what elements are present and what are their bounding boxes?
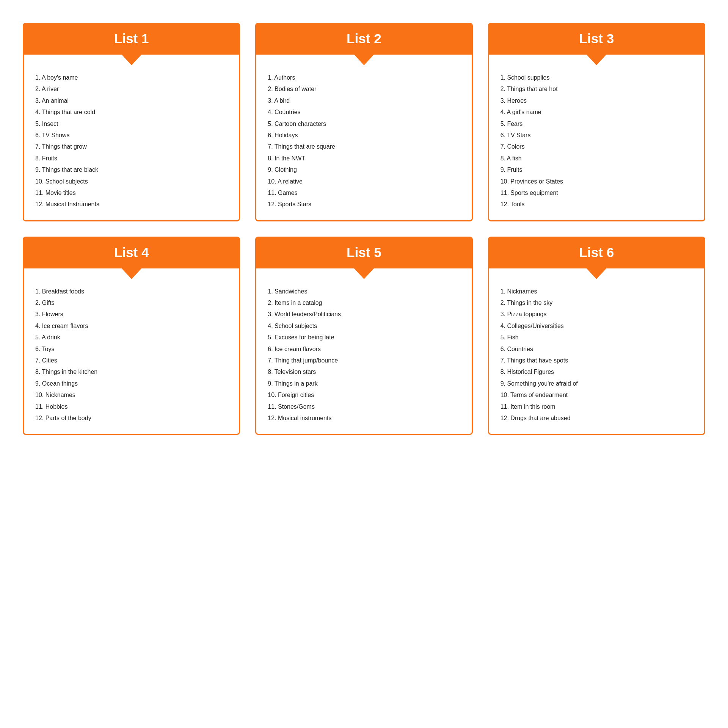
list-item: 11. Stones/Gems bbox=[268, 403, 460, 411]
list-title-6: List 6 bbox=[488, 245, 705, 260]
list-item: 6. Countries bbox=[500, 345, 693, 353]
list-item: 10. School subjects bbox=[35, 177, 228, 186]
list-items-6: 1. Nicknames2. Things in the sky3. Pizza… bbox=[500, 287, 693, 423]
list-card-2: List 21. Authors2. Bodies of water3. A b… bbox=[255, 23, 472, 221]
list-item: 10. Provinces or States bbox=[500, 177, 693, 186]
list-header-1: List 1 bbox=[23, 23, 240, 55]
list-item: 4. Ice cream flavors bbox=[35, 322, 228, 330]
list-item: 1. Authors bbox=[268, 74, 460, 82]
list-item: 12. Tools bbox=[500, 200, 693, 209]
list-card-5: List 51. Sandwiches2. Items in a catalog… bbox=[255, 237, 472, 435]
list-item: 8. Historical Figures bbox=[500, 368, 693, 376]
list-body-4: 1. Breakfast foods2. Gifts3. Flowers4. I… bbox=[23, 268, 240, 435]
list-item: 2. Things that are hot bbox=[500, 85, 693, 93]
list-item: 6. TV Stars bbox=[500, 131, 693, 140]
list-item: 3. Pizza toppings bbox=[500, 310, 693, 318]
list-item: 2. A river bbox=[35, 85, 228, 93]
list-item: 5. Cartoon characters bbox=[268, 120, 460, 128]
list-item: 12. Drugs that are abused bbox=[500, 414, 693, 422]
list-item: 5. Fish bbox=[500, 333, 693, 342]
list-item: 11. Hobbies bbox=[35, 403, 228, 411]
list-item: 7. Things that have spots bbox=[500, 356, 693, 365]
list-item: 3. World leaders/Politicians bbox=[268, 310, 460, 318]
list-items-1: 1. A boy's name2. A river3. An animal4. … bbox=[35, 74, 228, 209]
list-item: 9. Fruits bbox=[500, 166, 693, 174]
list-item: 7. Things that are square bbox=[268, 143, 460, 151]
list-item: 11. Movie titles bbox=[35, 189, 228, 197]
list-item: 10. Foreign cities bbox=[268, 391, 460, 399]
list-item: 1. Breakfast foods bbox=[35, 287, 228, 296]
list-title-3: List 3 bbox=[488, 31, 705, 46]
list-items-2: 1. Authors2. Bodies of water3. A bird4. … bbox=[268, 74, 460, 209]
list-item: 2. Things in the sky bbox=[500, 299, 693, 307]
list-item: 7. Colors bbox=[500, 143, 693, 151]
list-item: 7. Things that grow bbox=[35, 143, 228, 151]
list-title-1: List 1 bbox=[23, 31, 240, 46]
list-item: 4. Colleges/Universities bbox=[500, 322, 693, 330]
list-item: 12. Sports Stars bbox=[268, 200, 460, 209]
list-item: 8. In the NWT bbox=[268, 154, 460, 163]
list-item: 9. Things that are black bbox=[35, 166, 228, 174]
list-item: 8. A fish bbox=[500, 154, 693, 163]
list-item: 3. Heroes bbox=[500, 97, 693, 105]
list-item: 8. Fruits bbox=[35, 154, 228, 163]
list-item: 1. School supplies bbox=[500, 74, 693, 82]
list-item: 3. An animal bbox=[35, 97, 228, 105]
list-title-5: List 5 bbox=[255, 245, 472, 260]
list-card-4: List 41. Breakfast foods2. Gifts3. Flowe… bbox=[23, 237, 240, 435]
list-card-6: List 61. Nicknames2. Things in the sky3.… bbox=[488, 237, 705, 435]
list-title-4: List 4 bbox=[23, 245, 240, 260]
list-items-3: 1. School supplies2. Things that are hot… bbox=[500, 74, 693, 209]
list-item: 12. Musical Instruments bbox=[35, 200, 228, 209]
list-item: 6. Toys bbox=[35, 345, 228, 353]
list-item: 4. Things that are cold bbox=[35, 108, 228, 116]
list-item: 3. Flowers bbox=[35, 310, 228, 318]
list-item: 5. A drink bbox=[35, 333, 228, 342]
list-item: 9. Things in a park bbox=[268, 380, 460, 388]
list-body-2: 1. Authors2. Bodies of water3. A bird4. … bbox=[255, 55, 472, 221]
list-item: 9. Something you're afraid of bbox=[500, 380, 693, 388]
list-item: 1. Sandwiches bbox=[268, 287, 460, 296]
list-item: 1. A boy's name bbox=[35, 74, 228, 82]
list-item: 4. School subjects bbox=[268, 322, 460, 330]
list-items-4: 1. Breakfast foods2. Gifts3. Flowers4. I… bbox=[35, 287, 228, 423]
list-item: 4. Countries bbox=[268, 108, 460, 116]
list-item: 3. A bird bbox=[268, 97, 460, 105]
list-card-3: List 31. School supplies2. Things that a… bbox=[488, 23, 705, 221]
list-items-5: 1. Sandwiches2. Items in a catalog3. Wor… bbox=[268, 287, 460, 423]
list-item: 5. Excuses for being late bbox=[268, 333, 460, 342]
list-item: 11. Sports equipment bbox=[500, 189, 693, 197]
list-item: 9. Clothing bbox=[268, 166, 460, 174]
list-item: 6. Holidays bbox=[268, 131, 460, 140]
list-body-5: 1. Sandwiches2. Items in a catalog3. Wor… bbox=[255, 268, 472, 435]
list-item: 9. Ocean things bbox=[35, 380, 228, 388]
list-item: 12. Parts of the body bbox=[35, 414, 228, 422]
list-title-2: List 2 bbox=[255, 31, 472, 46]
list-item: 8. Things in the kitchen bbox=[35, 368, 228, 376]
list-item: 5. Fears bbox=[500, 120, 693, 128]
list-item: 11. Games bbox=[268, 189, 460, 197]
list-header-5: List 5 bbox=[255, 237, 472, 268]
list-item: 6. TV Shows bbox=[35, 131, 228, 140]
list-item: 12. Musical instruments bbox=[268, 414, 460, 422]
list-item: 8. Television stars bbox=[268, 368, 460, 376]
list-card-1: List 11. A boy's name2. A river3. An ani… bbox=[23, 23, 240, 221]
list-item: 10. A relative bbox=[268, 177, 460, 186]
list-item: 5. Insect bbox=[35, 120, 228, 128]
list-item: 4. A girl's name bbox=[500, 108, 693, 116]
list-header-2: List 2 bbox=[255, 23, 472, 55]
list-header-3: List 3 bbox=[488, 23, 705, 55]
list-item: 7. Thing that jump/bounce bbox=[268, 356, 460, 365]
list-item: 2. Gifts bbox=[35, 299, 228, 307]
list-body-3: 1. School supplies2. Things that are hot… bbox=[488, 55, 705, 221]
list-item: 10. Nicknames bbox=[35, 391, 228, 399]
list-item: 10. Terms of endearment bbox=[500, 391, 693, 399]
list-item: 7. Cities bbox=[35, 356, 228, 365]
list-header-4: List 4 bbox=[23, 237, 240, 268]
list-body-1: 1. A boy's name2. A river3. An animal4. … bbox=[23, 55, 240, 221]
lists-grid: List 11. A boy's name2. A river3. An ani… bbox=[23, 23, 705, 435]
list-item: 1. Nicknames bbox=[500, 287, 693, 296]
list-body-6: 1. Nicknames2. Things in the sky3. Pizza… bbox=[488, 268, 705, 435]
list-header-6: List 6 bbox=[488, 237, 705, 268]
list-item: 11. Item in this room bbox=[500, 403, 693, 411]
